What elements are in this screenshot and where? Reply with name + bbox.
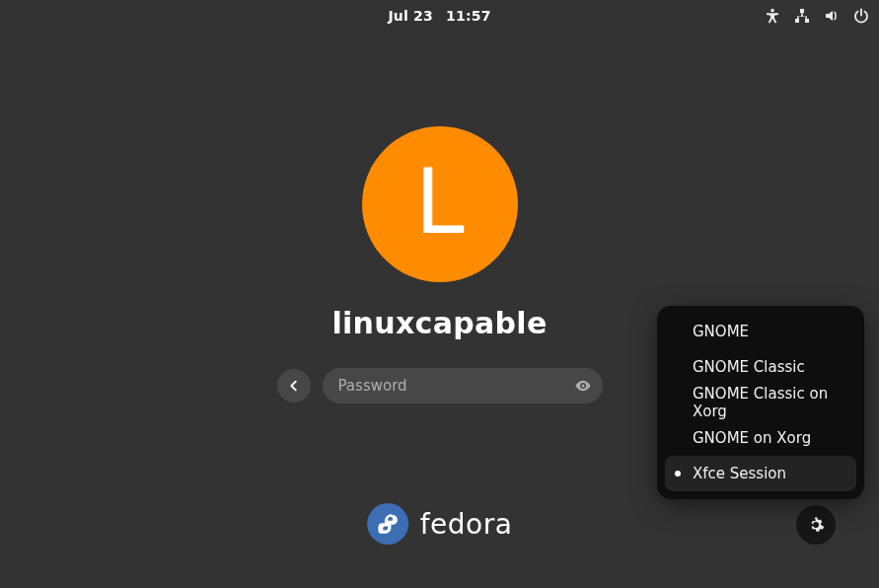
system-tray bbox=[763, 0, 871, 32]
session-item-gnome[interactable]: GNOME bbox=[665, 314, 856, 349]
password-row bbox=[277, 368, 603, 404]
svg-rect-1 bbox=[800, 9, 804, 13]
password-input[interactable] bbox=[323, 377, 603, 395]
session-item-xfce-session[interactable]: Xfce Session bbox=[665, 456, 856, 491]
distro-name: fedora bbox=[420, 508, 513, 541]
power-icon[interactable] bbox=[851, 6, 871, 26]
fedora-f-icon bbox=[375, 511, 401, 537]
back-button[interactable] bbox=[277, 369, 311, 403]
chevron-left-icon bbox=[287, 379, 301, 393]
avatar-initial: L bbox=[414, 158, 464, 247]
fedora-logo-icon bbox=[367, 503, 408, 545]
session-menu: GNOMEGNOME ClassicGNOME Classic on XorgG… bbox=[657, 306, 864, 499]
session-item-gnome-on-xorg[interactable]: GNOME on Xorg bbox=[665, 420, 856, 456]
distro-branding: fedora bbox=[367, 503, 513, 545]
avatar: L bbox=[362, 126, 518, 282]
session-item-label: GNOME on Xorg bbox=[693, 429, 811, 447]
network-icon[interactable] bbox=[792, 6, 812, 26]
gear-icon bbox=[807, 516, 825, 534]
reveal-password-button[interactable] bbox=[573, 376, 593, 396]
accessibility-icon[interactable] bbox=[763, 6, 782, 26]
clock-date: Jul 23 bbox=[388, 8, 433, 24]
session-item-gnome-classic[interactable]: GNOME Classic bbox=[665, 349, 856, 385]
svg-rect-2 bbox=[795, 19, 799, 23]
volume-icon[interactable] bbox=[822, 6, 842, 26]
session-item-label: Xfce Session bbox=[693, 465, 786, 482]
clock-time: 11:57 bbox=[446, 8, 491, 24]
session-item-gnome-classic-on-xorg[interactable]: GNOME Classic on Xorg bbox=[665, 385, 856, 420]
session-item-label: GNOME Classic on Xorg bbox=[693, 385, 844, 420]
session-item-label: GNOME bbox=[693, 323, 749, 340]
password-field[interactable] bbox=[323, 368, 603, 404]
svg-rect-3 bbox=[805, 19, 809, 23]
clock[interactable]: Jul 23 11:57 bbox=[388, 8, 490, 24]
login-panel: L linuxcapable bbox=[292, 126, 588, 404]
eye-icon bbox=[574, 377, 592, 395]
session-settings-button[interactable] bbox=[796, 505, 836, 545]
top-bar: Jul 23 11:57 bbox=[0, 0, 879, 32]
selected-dot-icon bbox=[675, 471, 681, 477]
username-label: linuxcapable bbox=[331, 306, 547, 340]
session-item-label: GNOME Classic bbox=[693, 358, 805, 376]
svg-point-0 bbox=[770, 9, 774, 13]
